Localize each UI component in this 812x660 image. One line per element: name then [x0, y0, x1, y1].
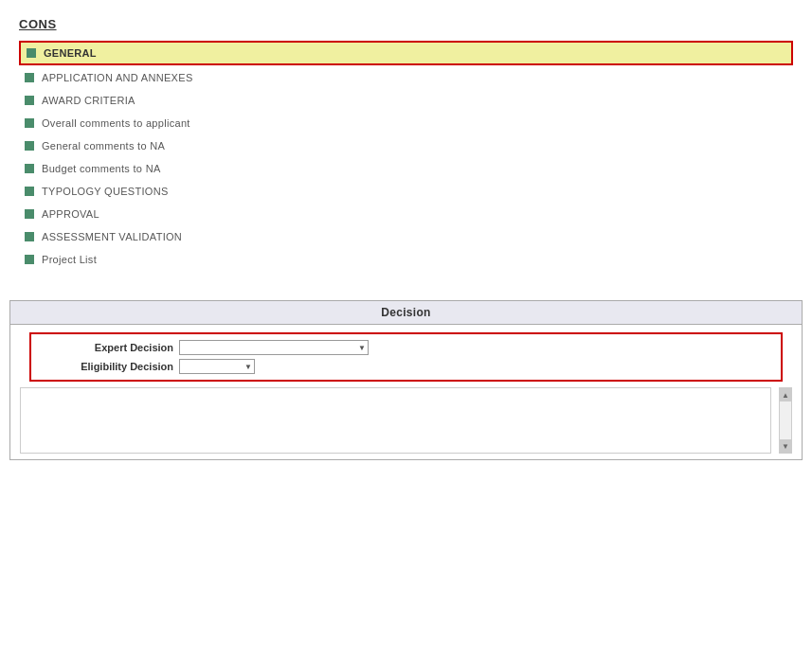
page-container: CONS GENERALAPPLICATION AND ANNEXESAWARD…	[0, 0, 812, 470]
nav-square-icon	[25, 164, 34, 173]
nav-item-label: GENERAL	[44, 47, 97, 59]
nav-item-application-annexes[interactable]: APPLICATION AND ANNEXES	[19, 67, 793, 88]
nav-item-approval[interactable]: APPROVAL	[19, 204, 793, 224]
decision-panel: Decision Expert Decision ApprovedRejecte…	[9, 300, 803, 460]
nav-item-label: Overall comments to applicant	[42, 117, 190, 129]
decision-fields: Expert Decision ApprovedRejectedPending …	[50, 340, 762, 374]
nav-item-label: Budget comments to NA	[42, 163, 161, 174]
nav-item-general-comments-na[interactable]: General comments to NA	[19, 135, 793, 156]
nav-item-label: AWARD CRITERIA	[42, 95, 135, 106]
nav-item-label: TYPOLOGY QUESTIONS	[42, 186, 169, 197]
nav-square-icon	[25, 141, 34, 151]
nav-item-general[interactable]: GENERAL	[19, 41, 793, 65]
nav-item-label: Project List	[42, 254, 97, 265]
nav-list: GENERALAPPLICATION AND ANNEXESAWARD CRIT…	[19, 41, 793, 270]
scrollbar-up-button[interactable]: ▲	[780, 388, 791, 401]
nav-item-award-criteria[interactable]: AWARD CRITERIA	[19, 90, 793, 111]
scrollbar-down-button[interactable]: ▼	[780, 439, 791, 453]
nav-square-icon	[25, 73, 34, 82]
nav-square-icon	[25, 187, 34, 196]
nav-section: CONS GENERALAPPLICATION AND ANNEXESAWARD…	[0, 9, 812, 281]
eligibility-decision-wrapper[interactable]: EligibleIneligible	[179, 359, 255, 374]
eligibility-decision-row: Eligibility Decision EligibleIneligible	[50, 359, 762, 374]
nav-item-label: ASSESSMENT VALIDATION	[42, 231, 182, 242]
eligibility-decision-select[interactable]: EligibleIneligible	[179, 359, 255, 374]
expert-decision-row: Expert Decision ApprovedRejectedPending	[50, 340, 762, 355]
nav-item-typology-questions[interactable]: TYPOLOGY QUESTIONS	[19, 181, 793, 202]
nav-square-icon	[25, 96, 34, 105]
nav-item-overall-comments[interactable]: Overall comments to applicant	[19, 113, 793, 134]
nav-item-label: APPLICATION AND ANNEXES	[42, 72, 193, 83]
nav-square-icon	[25, 232, 34, 241]
expert-decision-wrapper[interactable]: ApprovedRejectedPending	[179, 340, 369, 355]
text-area-box[interactable]	[20, 387, 771, 454]
panel-header: Decision	[10, 301, 802, 325]
nav-square-icon	[25, 255, 34, 264]
scrollbar[interactable]: ▲ ▼	[779, 387, 792, 454]
nav-item-assessment-validation[interactable]: ASSESSMENT VALIDATION	[19, 226, 793, 247]
decision-form-row: Expert Decision ApprovedRejectedPending …	[29, 332, 783, 382]
nav-item-budget-comments-na[interactable]: Budget comments to NA	[19, 158, 793, 179]
nav-item-label: General comments to NA	[42, 140, 165, 152]
nav-square-icon	[25, 209, 34, 219]
nav-item-label: APPROVAL	[42, 208, 99, 220]
nav-square-icon	[25, 118, 34, 128]
panel-body: Expert Decision ApprovedRejectedPending …	[10, 325, 802, 459]
text-area-row: ▲ ▼	[10, 382, 802, 459]
nav-square-icon	[27, 48, 36, 58]
nav-item-project-list[interactable]: Project List	[19, 249, 793, 270]
eligibility-decision-label: Eligibility Decision	[50, 361, 173, 372]
cons-title: CONS	[19, 17, 793, 31]
expert-decision-label: Expert Decision	[50, 342, 173, 353]
expert-decision-select[interactable]: ApprovedRejectedPending	[179, 340, 369, 355]
